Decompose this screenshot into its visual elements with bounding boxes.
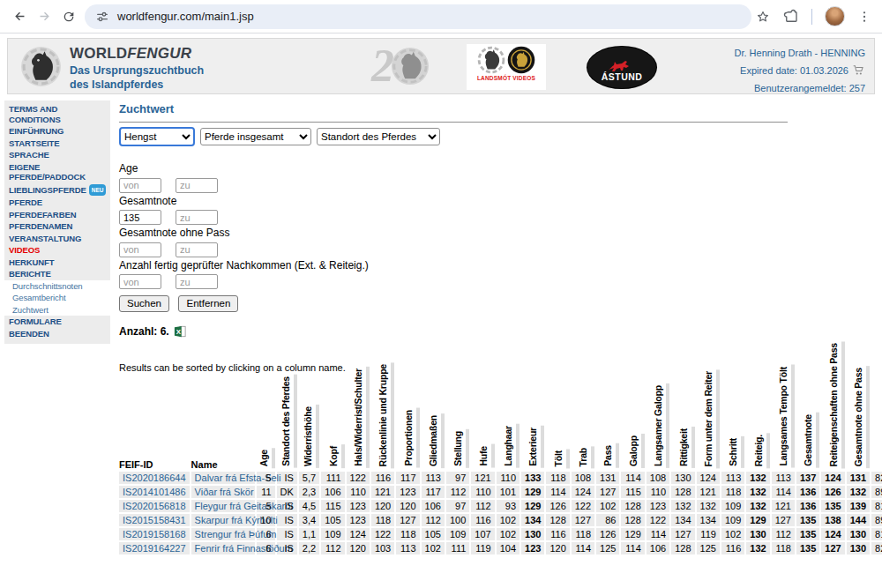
reload-button[interactable] — [56, 4, 81, 29]
col-header-gliedma-en[interactable]: Gliedmaßen — [422, 341, 445, 470]
search-button[interactable]: Suchen — [119, 295, 169, 312]
feif-id-link[interactable]: IS2015158431 — [123, 515, 186, 525]
sidebar-item-herkunft[interactable]: HERKUNFT — [4, 257, 110, 269]
feif-id-link[interactable]: IS2019158168 — [123, 529, 186, 540]
landsmot-videos-banner[interactable]: LANDSMÓT VIDEOS — [467, 44, 546, 90]
score-cell-gesamtnote: 137 — [796, 472, 819, 484]
col-header-pass[interactable]: Pass — [596, 341, 619, 470]
col-label-trab: Trab — [576, 446, 594, 468]
sidebar-item-formulare[interactable]: FORMULARE — [4, 316, 110, 328]
extensions-button[interactable] — [783, 9, 799, 25]
col-header-feif-id[interactable]: FEIF-ID — [119, 341, 190, 470]
col-header-name[interactable]: Name — [191, 341, 255, 470]
score-cell-standort-des-pferdes: IS — [277, 528, 297, 540]
input-gesamtnote-ohne-pass-from[interactable] — [119, 242, 161, 257]
col-header-gesamtnote[interactable]: Gesamtnote — [796, 341, 819, 470]
col-header-reiteig[interactable]: Reiteig. — [746, 341, 769, 470]
brand-title: WORLDFENGUR — [70, 45, 204, 63]
cart-icon[interactable] — [852, 64, 865, 77]
col-header-reiteigenschaften-ohne-pass[interactable]: Reiteigenschaften ohne Pass — [821, 341, 844, 470]
menu-button[interactable] — [857, 10, 871, 24]
sidebar-item-berichte[interactable]: BERICHTE — [4, 268, 110, 280]
col-header-kopf[interactable]: Kopf — [321, 341, 344, 470]
score-cell-gesamtnote: 135 — [796, 528, 819, 540]
horse-name-link[interactable]: Fleygur frá Geitaskarði — [195, 501, 293, 511]
col-header-gesamtnote-ohne-pass[interactable]: Gesamtnote ohne Pass — [847, 341, 870, 470]
horse-name-link[interactable]: Strengur frá Þúfum — [195, 529, 277, 540]
clear-button[interactable]: Entfernen — [178, 295, 238, 312]
col-header-exterieur[interactable]: Exterieur — [521, 341, 544, 470]
input-age-from[interactable] — [119, 178, 161, 193]
score-cell-standort-des-pferdes: DK — [277, 486, 297, 498]
col-header-widerristh-he[interactable]: Widerristhöhe — [299, 341, 319, 470]
input-age-to[interactable] — [176, 178, 218, 193]
forward-button[interactable] — [32, 4, 56, 29]
col-header-proportionen[interactable]: Proportionen — [396, 341, 419, 470]
col-header-r-ckenlinie-und-kruppe[interactable]: Rückenlinie und Kruppe — [371, 341, 394, 470]
back-button[interactable] — [7, 4, 32, 29]
url-bar[interactable]: worldfengur.com/main1.jsp — [85, 4, 751, 29]
horse-name-link[interactable]: Fenrir frá Finnastöðum — [195, 543, 293, 554]
sidebar-item-terms-and-conditions[interactable]: TERMS AND CONDITIONS — [4, 103, 110, 125]
col-header-standort-des-pferdes[interactable]: Standort des Pferdes — [277, 341, 297, 470]
input-anzahl-fertig-gepr-fter-nachkommen-ext-reiteig-to[interactable] — [176, 274, 218, 289]
col-header-langsamer-galopp[interactable]: Langsamer Galopp — [647, 341, 669, 470]
feif-id-link[interactable]: IS2020156818 — [123, 501, 186, 511]
sidebar-item-gesamtbericht[interactable]: Gesamtbericht — [4, 292, 110, 304]
score-cell-proportionen: 123 — [396, 486, 419, 498]
sidebar-item-sprache[interactable]: SPRACHE — [4, 149, 110, 161]
sidebar-item-pferdenamen[interactable]: PFERDENAMEN — [4, 220, 110, 233]
select-hengst[interactable]: Hengst — [119, 127, 195, 146]
bookmark-button[interactable] — [755, 9, 771, 25]
sidebar-item-veranstaltung[interactable]: VERANSTALTUNG — [4, 233, 110, 245]
sidebar-item-videos[interactable]: VIDEOS — [4, 244, 110, 257]
feif-id-link[interactable]: IS2020186644 — [123, 473, 186, 483]
profile-avatar[interactable] — [825, 6, 845, 26]
horse-name-link[interactable]: Viðar frá Skör — [195, 487, 254, 497]
expired-date: Expired date: 01.03.2026 — [740, 62, 848, 79]
col-header-sicherheit[interactable]: Sicherheit — [871, 341, 882, 470]
sidebar-item-durchschnittsnoten[interactable]: Durchschnittsnoten — [4, 280, 110, 293]
select-pferde-insgesamt[interactable]: Pferde insgesamt — [200, 128, 311, 145]
input-anzahl-fertig-gepr-fter-nachkommen-ext-reiteig-from[interactable] — [119, 274, 161, 289]
astund-banner[interactable]: ÁSTUND — [587, 47, 656, 88]
sidebar-item-pferde[interactable]: PFERDE — [4, 197, 110, 209]
input-gesamtnote-to[interactable] — [176, 210, 218, 225]
col-header-hufe[interactable]: Hufe — [471, 341, 494, 470]
score-cell-age: 11 — [257, 486, 275, 498]
feif-id-link[interactable]: IS2019164227 — [123, 543, 186, 554]
col-header-trab[interactable]: Trab — [572, 341, 594, 470]
col-header-hals-widerrist-schulter[interactable]: Hals/Widerrist/Schulter — [347, 341, 370, 470]
sidebar-item-eigene-pferde-paddock[interactable]: EIGENE PFERDE/PADDOCK — [4, 161, 110, 183]
sidebar-item-pferdefarben[interactable]: PFERDEFARBEN — [4, 209, 110, 221]
page-title: Zuchtwert — [119, 102, 788, 115]
col-header-rittigkeit[interactable]: Rittigkeit — [671, 341, 694, 470]
score-cell-proportionen: 127 — [396, 514, 419, 526]
logged-in-count: Benutzerangemeldet: 257 — [734, 79, 865, 97]
score-cell-trab: 127 — [572, 514, 594, 526]
col-header-t-lt[interactable]: Tölt — [546, 341, 569, 470]
select-standort-des-pferdes[interactable]: Standort des Pferdes — [317, 128, 440, 145]
result-count: Anzahl: 6. X — [119, 325, 788, 338]
col-header-langsames-tempo-t-lt[interactable]: Langsames Tempo Tölt — [772, 341, 795, 470]
input-gesamtnote-ohne-pass-to[interactable] — [176, 242, 218, 257]
score-cell-hals-widerrist-schulter: 120 — [347, 542, 370, 555]
col-header-galopp[interactable]: Galopp — [621, 341, 644, 470]
sidebar-item-einf-hrung[interactable]: EINFÜHRUNG — [4, 125, 110, 138]
input-gesamtnote-from[interactable] — [119, 210, 161, 225]
col-label-hals-widerrist-schulter: Hals/Widerrist/Schulter — [351, 367, 370, 468]
feif-id-link[interactable]: IS2014101486 — [123, 487, 186, 497]
sidebar-item-lieblingspferde[interactable]: LIEBLINGSPFERDENEU — [4, 183, 110, 197]
sidebar-item-zuchtwert[interactable]: Zuchtwert — [4, 304, 110, 316]
col-header-schritt[interactable]: Schritt — [721, 341, 744, 470]
sidebar-item-startseite[interactable]: STARTSEITE — [4, 138, 110, 150]
col-header-age[interactable]: Age — [257, 341, 275, 470]
table-row: IS2019164227Fenrir frá Finnastöðum6IS2,2… — [119, 542, 882, 555]
col-label-langhaar: Langhaar — [501, 424, 519, 468]
col-header-stellung[interactable]: Stellung — [446, 341, 469, 470]
col-header-form-unter-dem-reiter[interactable]: Form unter dem Reiter — [697, 341, 720, 470]
excel-export-icon[interactable]: X — [174, 325, 186, 338]
score-cell-gesamtnote-ohne-pass: 132 — [847, 486, 870, 498]
col-header-langhaar[interactable]: Langhaar — [497, 341, 519, 470]
sidebar-item-beenden[interactable]: BEENDEN — [4, 328, 110, 340]
